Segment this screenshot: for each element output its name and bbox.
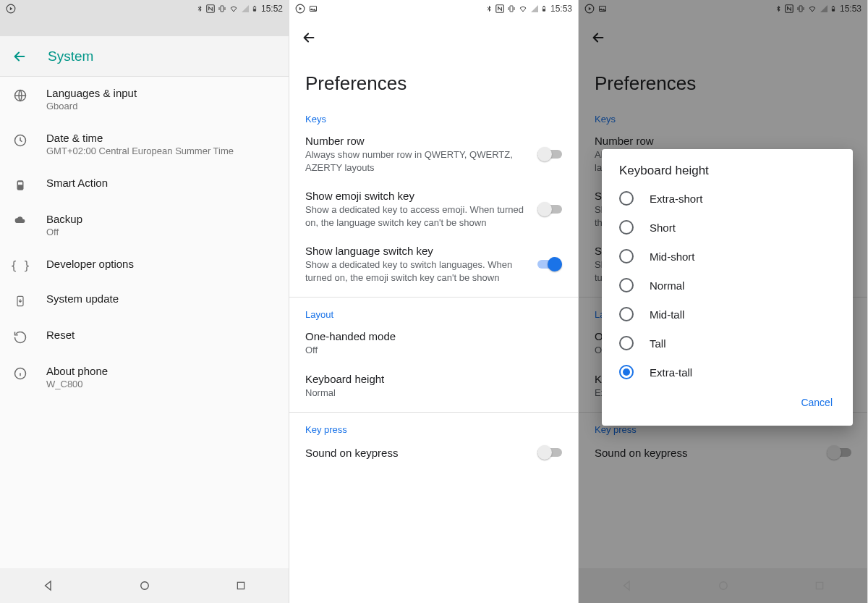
play-icon [6,4,16,14]
section-keypress: Key press [289,417,578,438]
vibrate-icon [507,4,516,14]
item-smart-action[interactable]: Smart Action [0,166,289,203]
item-title: Smart Action [46,177,277,189]
pref-title: Sound on keypress [305,447,530,459]
battery-icon [541,4,547,14]
globe-icon [13,88,27,103]
system-update-icon [14,294,26,308]
system-header: System [0,36,289,77]
battery-icon [252,4,258,14]
item-title: About phone [46,365,277,377]
item-date-time[interactable]: Date & time GMT+02:00 Central European S… [0,122,289,166]
radio-label: Extra-short [650,193,702,205]
play-icon [295,4,305,14]
preferences-header [289,17,578,58]
radio-label: Mid-short [650,250,695,263]
item-developer-options[interactable]: { } Developer options [0,248,289,282]
dialog-title: Keyboard height [602,164,853,184]
radio-option[interactable]: Mid-short [602,242,853,271]
switch-sound[interactable] [537,445,562,460]
radio-icon [619,365,634,379]
braces-icon: { } [10,259,30,272]
pref-title: Show language switch key [305,245,530,257]
image-icon [308,4,318,13]
pane-preferences: 15:53 Preferences Keys Number row Always… [289,0,579,603]
divider [289,412,578,413]
status-extension [0,17,289,36]
nav-back[interactable] [34,571,63,600]
pane-system: 15:52 System Languages & input Gboard Da… [0,0,289,603]
radio-icon [619,307,634,321]
row-emoji-switch[interactable]: Show emoji switch key Show a dedicated k… [289,182,578,237]
radio-icon [619,336,634,350]
radio-label: Extra-tall [650,366,692,379]
wifi-icon [229,4,239,13]
nfc-icon [495,4,505,14]
row-one-handed[interactable]: One-handed mode Off [289,323,578,366]
svg-rect-20 [543,9,545,11]
row-keyboard-height[interactable]: Keyboard height Normal [289,366,578,408]
cancel-button[interactable]: Cancel [792,391,841,414]
item-title: System update [46,292,277,305]
vibrate-icon [218,4,226,14]
radio-icon [619,191,634,206]
radio-option[interactable]: Normal [602,271,853,300]
pref-title: Show emoji switch key [305,190,530,202]
status-time: 15:53 [550,4,572,14]
pref-sub: Show a dedicated key to switch languages… [305,258,530,284]
radio-option[interactable]: Short [602,213,853,242]
item-sub: W_C800 [46,379,277,389]
radio-list: Extra-shortShortMid-shortNormalMid-tallT… [602,184,853,387]
page-title: Preferences [289,58,578,106]
section-keys: Keys [289,106,578,127]
divider [289,297,578,298]
nav-home[interactable] [130,571,159,600]
row-language-switch[interactable]: Show language switch key Show a dedicate… [289,237,578,292]
item-sub: Off [46,227,277,237]
radio-option[interactable]: Extra-short [602,184,853,213]
radio-option[interactable]: Mid-tall [602,300,853,329]
bluetooth-icon [485,4,493,14]
pref-sub: Normal [305,387,555,400]
nfc-icon [205,4,216,14]
radio-icon [619,220,634,235]
svg-rect-9 [18,182,22,185]
radio-label: Short [650,222,676,234]
radio-icon [619,249,634,263]
radio-label: Normal [650,279,684,292]
pref-sub: Show a dedicated key to access emoji. Wh… [305,203,530,229]
item-languages-input[interactable]: Languages & input Gboard [0,77,289,122]
radio-label: Mid-tall [650,308,684,321]
status-time: 15:52 [261,4,283,14]
back-icon[interactable] [301,30,317,46]
svg-rect-5 [254,9,256,11]
item-title: Languages & input [46,87,277,99]
row-number-row[interactable]: Number row Always show number row in QWE… [289,127,578,182]
item-title: Date & time [46,132,277,144]
item-reset[interactable]: Reset [0,319,289,355]
switch-number-row[interactable] [537,147,562,161]
item-title: Backup [46,213,277,225]
system-list[interactable]: Languages & input Gboard Date & time GMT… [0,77,289,568]
switch-emoji[interactable] [537,202,562,216]
radio-option[interactable]: Extra-tall [602,358,853,387]
keyboard-height-dialog: Keyboard height Extra-shortShortMid-shor… [602,149,853,426]
back-icon[interactable] [12,49,27,64]
pref-title: Keyboard height [305,373,555,385]
pane-preferences-dialog: 15:53 Preferences Keys Number rowAlways … [579,0,868,603]
section-layout: Layout [289,302,578,323]
item-backup[interactable]: Backup Off [0,203,289,248]
nav-bar [0,568,289,603]
item-about-phone[interactable]: About phone W_C800 [0,355,289,400]
item-sub: GMT+02:00 Central European Summer Time [46,146,277,156]
status-bar: 15:53 [289,0,578,17]
nav-recent[interactable] [226,571,255,600]
svg-rect-13 [237,582,244,589]
pref-title: One-handed mode [305,330,555,342]
item-system-update[interactable]: System update [0,282,289,319]
radio-option[interactable]: Tall [602,329,853,358]
radio-label: Tall [650,337,666,350]
row-sound-keypress[interactable]: Sound on keypress [289,438,578,468]
switch-language[interactable] [537,257,562,271]
info-icon [13,366,27,381]
